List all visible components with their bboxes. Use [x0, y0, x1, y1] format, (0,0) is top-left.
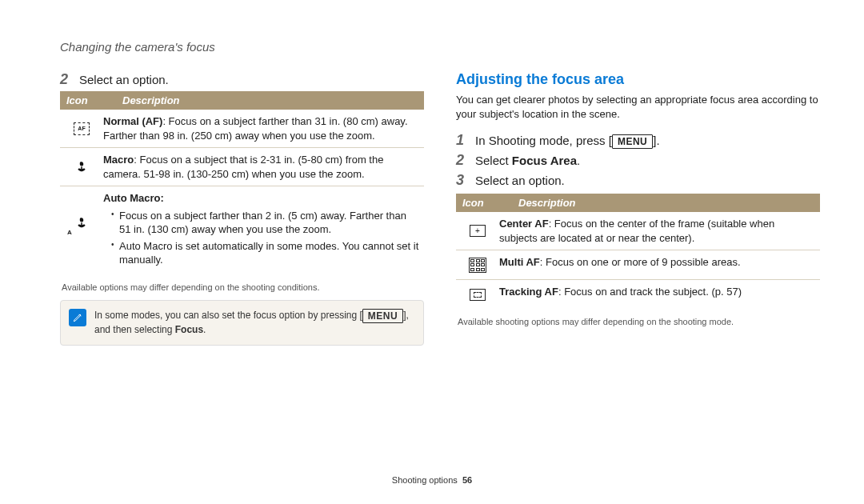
footer-section: Shooting options [392, 475, 458, 485]
columns: 2 Select an option. Icon Description Nor… [60, 71, 820, 346]
row-title: Tracking AF [499, 286, 558, 298]
table-row: Normal (AF): Focus on a subject farther … [60, 110, 424, 148]
left-footnote: Available options may differ depending o… [62, 282, 424, 292]
step1-before: In Shooting mode, press [ [475, 134, 612, 147]
note-icon [69, 309, 86, 326]
section-heading: Adjusting the focus area [456, 71, 820, 88]
th-icon: Icon [456, 194, 512, 212]
th-icon: Icon [60, 91, 116, 110]
menu-button-label: MENU [612, 134, 653, 149]
menu-button-label: MENU [362, 309, 403, 323]
center-af-icon [466, 222, 490, 241]
cell-desc: Center AF: Focus on the center of the fr… [499, 217, 820, 245]
cell-desc: Multi AF: Focus on one or more of 9 poss… [499, 255, 820, 274]
right-column: Adjusting the focus area You can get cle… [456, 71, 820, 346]
step2-before: Select [475, 154, 512, 167]
cell-icon [456, 217, 499, 245]
cell-desc: Macro: Focus on a subject that is 2-31 i… [103, 153, 424, 181]
right-footnote: Available shooting options may differ de… [458, 317, 820, 326]
right-table: Icon Description Center AF: Focus on the… [456, 194, 820, 309]
step-number: 1 [456, 132, 467, 149]
left-table: Icon Description Normal (AF): Focus on a… [60, 91, 424, 274]
right-step-2: 2 Select Focus Area. [456, 152, 820, 169]
note-end: . [203, 324, 206, 335]
tracking-af-icon [466, 285, 490, 304]
table-row: Multi AF: Focus on one or more of 9 poss… [456, 250, 820, 280]
section-intro: You can get clearer photos by selecting … [456, 93, 820, 121]
step-text: In Shooting mode, press [MENU]. [475, 134, 660, 149]
row-title: Center AF [499, 218, 549, 230]
page-footer: Shooting options 56 [0, 475, 864, 485]
row-text: : Focus on a subject that is 2-31 in. (5… [103, 154, 383, 180]
cell-icon [456, 285, 499, 304]
macro-icon [70, 158, 94, 177]
step2-bold: Focus Area [512, 154, 577, 167]
step-text: Select an option. [79, 73, 169, 86]
table-row: Center AF: Focus on the center of the fr… [456, 212, 820, 250]
th-description: Description [512, 194, 820, 212]
right-step-1: 1 In Shooting mode, press [MENU]. [456, 132, 820, 149]
step-number: 3 [456, 172, 467, 189]
step-text: Select Focus Area. [475, 154, 580, 167]
left-step-2: 2 Select an option. [60, 71, 424, 88]
cell-icon [60, 114, 103, 142]
step-number: 2 [60, 71, 71, 88]
table-header: Icon Description [60, 91, 424, 110]
note-box: In some modes, you can also set the focu… [60, 300, 424, 346]
note-bold: Focus [175, 324, 203, 335]
row-text: : Focus on one or more of 9 possible are… [540, 256, 741, 268]
row-text: : Focus on and track the subject. (p. 57… [558, 286, 742, 298]
cell-desc: Normal (AF): Focus on a subject farther … [103, 114, 424, 142]
row-title: Multi AF [499, 256, 540, 268]
list-item: Focus on a subject farther than 2 in. (5… [113, 209, 419, 237]
step-number: 2 [456, 152, 467, 169]
step-text: Select an option. [475, 174, 565, 187]
page: Changing the camera's focus 2 Select an … [0, 0, 864, 504]
step2-after: . [577, 154, 580, 167]
note-before: In some modes, you can also set the focu… [94, 310, 362, 321]
normal-af-icon [70, 119, 94, 138]
cell-desc: Tracking AF: Focus on and track the subj… [499, 285, 820, 304]
cell-desc: Auto Macro: Focus on a subject farther t… [103, 191, 424, 270]
note-text: In some modes, you can also set the focu… [94, 309, 415, 337]
footer-page-number: 56 [462, 475, 472, 485]
row-title: Macro [103, 154, 134, 166]
auto-macro-list: Focus on a subject farther than 2 in. (5… [103, 209, 419, 267]
cell-icon [60, 153, 103, 181]
right-step-3: 3 Select an option. [456, 172, 820, 189]
row-title: Auto Macro: [103, 191, 419, 206]
multi-af-icon [466, 255, 490, 274]
table-header: Icon Description [456, 194, 820, 212]
auto-macro-icon: A [70, 214, 94, 233]
th-description: Description [116, 91, 424, 110]
step1-after: ]. [653, 134, 659, 147]
left-column: 2 Select an option. Icon Description Nor… [60, 71, 424, 346]
table-row: A Auto Macro: Focus on a subject farther… [60, 186, 424, 274]
table-row: Macro: Focus on a subject that is 2-31 i… [60, 148, 424, 186]
page-title: Changing the camera's focus [60, 40, 820, 54]
cell-icon [456, 255, 499, 274]
table-row: Tracking AF: Focus on and track the subj… [456, 280, 820, 309]
row-title: Normal (AF) [103, 115, 162, 127]
cell-icon: A [60, 191, 103, 270]
list-item: Auto Macro is set automatically in some … [113, 239, 419, 267]
